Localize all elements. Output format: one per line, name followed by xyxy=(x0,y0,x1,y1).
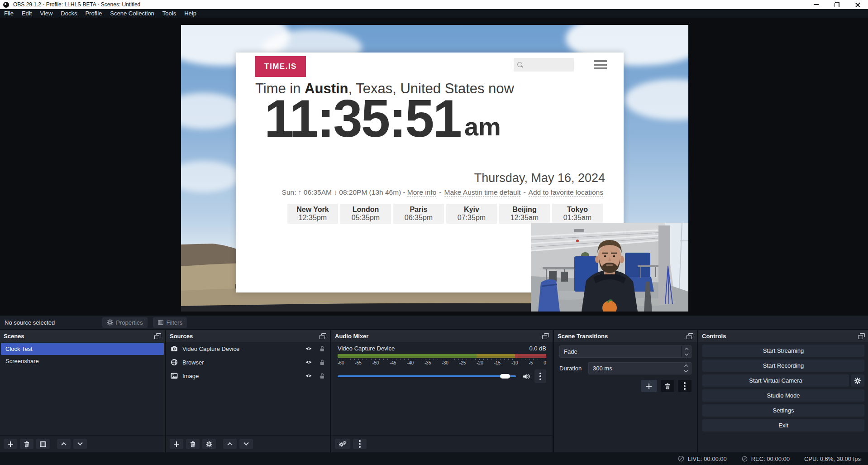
title-bar: OBS 29.1.2 - Profile: LLHLS BETA - Scene… xyxy=(0,0,868,9)
image-icon xyxy=(171,372,178,379)
lock-icon[interactable] xyxy=(319,373,325,379)
globe-icon xyxy=(171,359,178,366)
source-row-browser[interactable]: Browser xyxy=(166,355,330,369)
sources-toolbar xyxy=(166,435,330,452)
start-streaming-button[interactable]: Start Streaming xyxy=(702,345,864,357)
start-virtual-camera-button[interactable]: Start Virtual Camera xyxy=(702,374,849,387)
record-inactive-icon xyxy=(741,455,748,462)
studio-mode-button[interactable]: Studio Mode xyxy=(702,389,864,402)
filters-button[interactable]: Filters xyxy=(153,317,187,328)
remove-scene-button[interactable] xyxy=(20,439,33,449)
popout-icon[interactable] xyxy=(320,333,326,339)
visibility-eye-icon[interactable] xyxy=(305,372,312,379)
camera-icon xyxy=(171,345,178,352)
duration-label: Duration xyxy=(559,365,585,372)
chevron-down-icon xyxy=(684,352,688,355)
exit-button[interactable]: Exit xyxy=(702,419,864,431)
menu-file[interactable]: File xyxy=(0,10,18,17)
preview-area: TIME.IS Time in Austin, Texas, United St… xyxy=(0,18,868,316)
volume-slider[interactable] xyxy=(338,375,516,377)
menu-help[interactable]: Help xyxy=(180,10,200,17)
add-transition-button[interactable] xyxy=(641,380,657,392)
menu-docks[interactable]: Docks xyxy=(57,10,81,17)
city-card: New York12:35pm xyxy=(287,204,338,224)
mixer-channel: Video Capture Device 0.0 dB -60-55-50-45… xyxy=(331,342,553,435)
scene-item-screenshare[interactable]: Screenshare xyxy=(1,355,164,367)
double-gear-icon xyxy=(339,441,347,447)
menu-profile[interactable]: Profile xyxy=(81,10,106,17)
transition-properties-button[interactable] xyxy=(678,380,692,392)
kebab-icon xyxy=(539,373,541,380)
properties-button[interactable]: Properties xyxy=(102,317,147,328)
remove-transition-button[interactable] xyxy=(661,380,674,392)
start-recording-button[interactable]: Start Recording xyxy=(702,360,864,372)
volume-meter xyxy=(338,354,546,358)
trash-icon xyxy=(189,441,196,448)
spinner-arrows[interactable] xyxy=(681,363,691,374)
restore-icon xyxy=(835,2,839,7)
chevron-up-icon xyxy=(227,442,232,447)
mixer-channel-menu-button[interactable] xyxy=(534,369,546,383)
menu-scene-collection[interactable]: Scene Collection xyxy=(106,10,158,17)
menu-tools[interactable]: Tools xyxy=(158,10,180,17)
chevron-down-icon xyxy=(77,440,82,445)
mixer-menu-button[interactable] xyxy=(353,439,367,449)
virtual-camera-config-button[interactable] xyxy=(851,374,864,387)
advanced-audio-button[interactable] xyxy=(335,439,350,449)
restore-button[interactable] xyxy=(826,0,847,9)
controls-header: Controls xyxy=(698,330,868,342)
visibility-eye-icon[interactable] xyxy=(305,359,312,366)
scene-item-clock-test[interactable]: Clock Test xyxy=(1,343,164,355)
scene-up-button[interactable] xyxy=(57,439,71,449)
scenes-list: Clock Test Screenshare xyxy=(0,342,165,435)
speaker-icon[interactable] xyxy=(522,373,530,380)
source-row-video-capture[interactable]: Video Capture Device xyxy=(166,342,330,355)
chevron-up-icon xyxy=(61,442,66,447)
meter-tick-marks xyxy=(338,359,546,360)
sun-info-line: Sun: ↑ 06:35AM ↓ 08:20PM (13h 46m) -More… xyxy=(282,188,605,197)
popout-icon[interactable] xyxy=(542,333,549,339)
search-icon xyxy=(517,62,523,67)
settings-button[interactable]: Settings xyxy=(702,404,864,417)
popout-icon[interactable] xyxy=(687,333,693,339)
source-down-button[interactable] xyxy=(239,439,253,449)
webcam-overlay xyxy=(531,223,688,312)
rec-status: REC: 00:00:00 xyxy=(741,455,790,462)
minimize-button[interactable] xyxy=(806,0,826,9)
mixer-toolbar xyxy=(331,435,553,452)
meter-tick-labels: -60-55-50-45-40-35-30-25-20-15-10-50 xyxy=(338,360,546,365)
select-arrows xyxy=(681,346,691,357)
mixer-db-value: 0.0 dB xyxy=(529,345,546,352)
scene-down-button[interactable] xyxy=(73,439,87,449)
menu-view[interactable]: View xyxy=(36,10,57,17)
transition-select[interactable]: Fade xyxy=(559,345,692,358)
source-up-button[interactable] xyxy=(223,439,237,449)
duration-input[interactable]: 300 ms xyxy=(588,362,692,374)
add-source-button[interactable] xyxy=(170,439,183,449)
lock-icon[interactable] xyxy=(319,345,325,352)
timeis-logo: TIME.IS xyxy=(255,56,306,77)
lock-icon[interactable] xyxy=(319,359,325,366)
visibility-eye-icon[interactable] xyxy=(305,345,312,352)
program-canvas[interactable]: TIME.IS Time in Austin, Texas, United St… xyxy=(181,25,688,312)
stream-inactive-icon xyxy=(677,455,685,462)
add-scene-button[interactable] xyxy=(4,439,17,449)
scene-filters-button[interactable] xyxy=(36,439,50,449)
popout-icon[interactable] xyxy=(858,333,865,339)
menu-edit[interactable]: Edit xyxy=(18,10,36,17)
city-card: London05:35pm xyxy=(340,204,391,224)
close-icon xyxy=(855,2,861,8)
close-button[interactable] xyxy=(847,0,868,9)
source-row-image[interactable]: Image xyxy=(166,369,330,383)
chevron-up-icon xyxy=(684,364,688,368)
filters-icon xyxy=(39,441,47,448)
volume-slider-handle[interactable] xyxy=(500,374,510,379)
remove-source-button[interactable] xyxy=(186,439,200,449)
status-bar: LIVE: 00:00:00 REC: 00:00:00 CPU: 0.6%, … xyxy=(0,452,868,465)
date-line: Thursday, May 16, 2024 xyxy=(474,171,605,185)
site-search-input xyxy=(514,58,574,72)
source-properties-button[interactable] xyxy=(202,439,216,449)
favorite-link: Add to favorite locations xyxy=(529,188,603,197)
popout-icon[interactable] xyxy=(154,333,161,339)
source-context-bar: No source selected Properties Filters xyxy=(0,316,868,329)
